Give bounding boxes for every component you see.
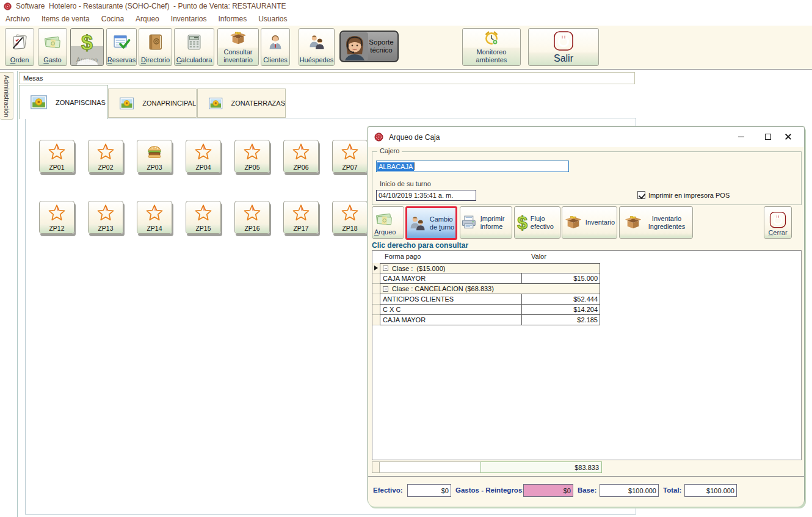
reservas-button[interactable]: Reservas <box>106 28 137 66</box>
clientes-button[interactable]: Clientes <box>261 28 290 66</box>
cambio-de-turno-button[interactable]: Cambiode turno <box>405 206 457 240</box>
calendar-check-icon <box>107 29 136 56</box>
inicio-turno-field[interactable]: 04/10/2019 1:35:41 a. m. <box>376 190 476 201</box>
forma-pago-cell: CAJA MAYOR <box>380 273 522 284</box>
table-button-zp17[interactable]: ZP17 <box>283 201 319 234</box>
monitoreo-ambientes-button[interactable]: Monitoreo ambientes <box>462 28 521 66</box>
soporte-tecnico-button[interactable]: Soporte técnico <box>339 31 399 62</box>
tab-zonapiscinas[interactable]: ZONAPISCINAS <box>19 85 108 119</box>
directorio-button[interactable]: Directorio <box>139 28 172 66</box>
gastos-reintegros-field[interactable]: $0 <box>523 484 573 497</box>
imprimir-informe-label: Imprimir informe <box>480 215 512 231</box>
flujo-efectivo-button[interactable]: $ Flujo efectivo <box>514 206 560 239</box>
imprimir-informe-button[interactable]: Imprimir informe <box>460 206 512 239</box>
total-field[interactable]: $100.000 <box>684 484 737 497</box>
main-toolbar: Orden Gasto $ Arqueo Reservas Directorio… <box>0 26 812 70</box>
table-button-zp07[interactable]: ZP07 <box>332 140 368 173</box>
table-row[interactable]: ANTICIPOS CLIENTES $52.444 <box>372 294 801 305</box>
collapse-icon[interactable] <box>383 286 388 292</box>
menu-cocina[interactable]: Cocina <box>101 15 124 23</box>
text-caret <box>415 162 415 170</box>
close-icon <box>784 133 791 140</box>
menu-usuarios[interactable]: Usuarios <box>258 15 287 23</box>
hamburger-icon <box>145 140 164 163</box>
column-header-forma-pago: Forma pago <box>385 253 421 260</box>
inicio-turno-value: 04/10/2019 1:35:41 a. m. <box>379 192 453 199</box>
group-label: Clase : CANCELACION ($68.833) <box>392 285 494 292</box>
sidebar-tab-administracion[interactable]: Administración <box>0 72 13 120</box>
gasto-button[interactable]: Gasto <box>38 28 67 66</box>
star-icon <box>96 140 115 163</box>
zonaprincipal-label: ZONAPRINCIPAL <box>142 99 196 107</box>
menu-inventarios[interactable]: Inventarios <box>171 15 207 23</box>
table-button-zp05[interactable]: ZP05 <box>234 140 270 173</box>
table-button-zp15[interactable]: ZP15 <box>186 201 221 234</box>
two-people-icon <box>408 214 427 233</box>
inventario-ingredientes-button[interactable]: Inventario Ingredientes <box>619 206 693 239</box>
huespedes-button[interactable]: Huéspedes <box>299 28 335 66</box>
table-row[interactable]: CAJA MAYOR $2.185 <box>372 315 801 325</box>
menu-archivo[interactable]: Archivo <box>5 15 30 23</box>
app-icon <box>4 2 12 10</box>
star-icon <box>243 140 261 163</box>
zonaterrazas-label: ZONATERRAZAS <box>231 99 285 107</box>
huespedes-label: Huéspedes <box>299 56 334 65</box>
cambio-line2a: de <box>430 223 439 231</box>
support-agent-icon <box>341 32 369 60</box>
group-label: Clase : ($15.000) <box>392 265 445 272</box>
base-field[interactable]: $100.000 <box>600 484 659 497</box>
minimize-button[interactable] <box>732 131 750 143</box>
inventario-button[interactable]: Inventario <box>562 206 617 239</box>
table-button-zp13[interactable]: ZP13 <box>88 201 123 234</box>
total-spacer-cell <box>379 461 481 473</box>
menu-informes[interactable]: Informes <box>219 15 247 23</box>
group-cell: Clase : CANCELACION ($68.833) <box>380 283 600 294</box>
maximize-button[interactable] <box>759 131 777 143</box>
valor-cell: $14.204 <box>521 304 600 315</box>
close-icon-button[interactable] <box>778 131 797 143</box>
table-button-zp14[interactable]: ZP14 <box>137 201 172 234</box>
table-button-zp12[interactable]: ZP12 <box>39 201 74 234</box>
gastos-reintegros-label: Gastos - Reintegros: <box>455 486 524 494</box>
printer-icon <box>460 214 477 231</box>
column-header-valor: Valor <box>531 253 546 260</box>
table-button-zp18[interactable]: ZP18 <box>332 201 368 234</box>
table-button-zp04[interactable]: ZP04 <box>186 140 221 173</box>
forma-pago-grid[interactable]: Forma pago Valor Clase : ($15.000) CAJA … <box>372 250 802 460</box>
button-band <box>515 233 560 238</box>
banknotes-icon <box>38 29 67 56</box>
table-label: ZP01 <box>40 163 74 172</box>
cajero-value: ALBACAJA <box>377 162 414 171</box>
table-button-zp03[interactable]: ZP03 <box>137 140 172 173</box>
notepad-pen-icon <box>5 29 34 56</box>
group-row[interactable]: Clase : CANCELACION ($68.833) <box>372 284 801 294</box>
tab-zonaterrazas[interactable]: ZONATERRAZAS <box>197 89 286 118</box>
efectivo-field[interactable]: $0 <box>407 484 451 497</box>
open-box-icon <box>624 214 642 231</box>
table-button-zp02[interactable]: ZP02 <box>88 140 123 173</box>
orden-button[interactable]: Orden <box>5 28 34 66</box>
cerrar-label: Cerrar <box>768 229 787 238</box>
calculadora-button[interactable]: Calculadora <box>174 28 214 66</box>
dialog-title: Arqueo de Caja <box>389 133 440 142</box>
group-row[interactable]: Clase : ($15.000) <box>372 263 801 273</box>
dialog-arqueo-button[interactable]: Arqueo <box>372 206 404 239</box>
table-button-zp06[interactable]: ZP06 <box>283 140 319 173</box>
group-cell: Clase : ($15.000) <box>380 263 600 273</box>
cerrar-button[interactable]: Cerrar <box>764 206 792 239</box>
table-row[interactable]: CAJA MAYOR $15.000 <box>372 273 801 284</box>
table-row[interactable]: C X C $14.204 <box>372 305 801 315</box>
imprimir-pos-checkbox[interactable]: Imprimir en impresora POS <box>637 191 730 199</box>
arqueo-button[interactable]: $ Arqueo <box>70 28 104 66</box>
table-button-zp01[interactable]: ZP01 <box>39 140 74 173</box>
tab-zonaprincipal[interactable]: ZONAPRINCIPAL <box>108 89 197 118</box>
salir-button[interactable]: Salir <box>528 28 599 66</box>
collapse-icon[interactable] <box>383 266 388 271</box>
button-band <box>562 233 617 238</box>
table-label: ZP13 <box>89 224 123 233</box>
cajero-input[interactable]: ALBACAJA <box>376 161 569 172</box>
consultar-inventario-button[interactable]: Consultar inventario <box>217 28 259 66</box>
menu-items-de-venta[interactable]: Items de venta <box>42 15 90 23</box>
table-button-zp16[interactable]: ZP16 <box>234 201 270 234</box>
menu-arqueo[interactable]: Arqueo <box>136 15 159 23</box>
